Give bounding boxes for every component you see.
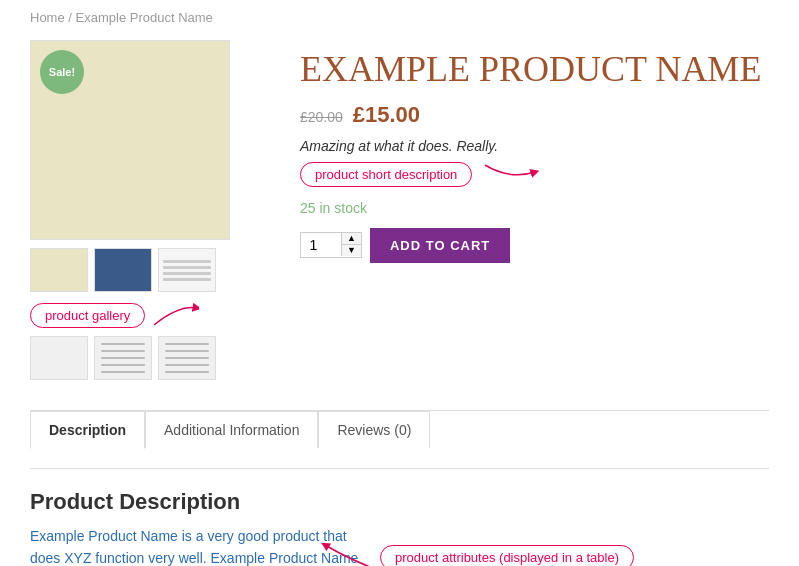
gallery-line-6 [165,343,209,345]
tab-reviews[interactable]: Reviews (0) [318,411,430,448]
gallery-line-4 [101,364,145,366]
short-description-text: Amazing at what it does. Really. [300,138,769,154]
thumb-line-3 [163,272,211,275]
gallery-thumb-2[interactable] [94,336,152,380]
description-row: Example Product Name is a very good prod… [30,525,769,566]
sale-badge: Sale! [40,50,84,94]
breadcrumb-separator: / [68,10,75,25]
gallery-thumb-3[interactable] [158,336,216,380]
qty-buttons: ▲ ▼ [341,233,361,257]
gallery-line-5 [101,371,145,373]
gallery-thumb-1[interactable] [30,336,88,380]
tabs-content: Product Description Example Product Name… [30,468,769,566]
page-wrapper: Home / Example Product Name Sale! [0,0,799,566]
thumb-list[interactable] [158,248,216,292]
product-description-text: Example Product Name is a very good prod… [30,525,370,566]
new-price: £15.00 [353,102,420,127]
tabs-section: Description Additional Information Revie… [30,410,769,566]
add-to-cart-row: ▲ ▼ ADD TO CART [300,228,769,263]
desc-annotation: product short description [300,160,769,190]
qty-decrement-button[interactable]: ▼ [341,245,361,256]
add-to-cart-button[interactable]: ADD TO CART [370,228,510,263]
price-block: £20.00 £15.00 [300,102,769,128]
gallery-line-8 [165,357,209,359]
attributes-annotation-wrap: product attributes (displayed in a table… [380,545,634,566]
thumbnail-row-1 [30,248,270,292]
thumb-line-2 [163,266,211,269]
qty-increment-button[interactable]: ▲ [341,233,361,245]
stock-info: 25 in stock [300,200,769,216]
quantity-input[interactable] [301,233,341,257]
attrs-arrow-icon [320,540,400,566]
gallery-line-2 [101,350,145,352]
quantity-wrapper: ▲ ▼ [300,232,362,258]
desc-arrow-icon [480,160,540,190]
gallery-line-7 [165,350,209,352]
gallery-line-3 [101,357,145,359]
product-info: EXAMPLE PRODUCT NAME £20.00 £15.00 Amazi… [300,40,769,380]
gallery-thumbnail-row [30,336,270,380]
thumb-line-1 [163,260,211,263]
breadcrumb-home[interactable]: Home [30,10,65,25]
breadcrumb-current: Example Product Name [76,10,213,25]
tabs-row: Description Additional Information Revie… [30,411,769,448]
thumb-line-4 [163,278,211,281]
tab-additional-info[interactable]: Additional Information [145,411,318,448]
gallery-arrow-icon [149,300,199,330]
main-image-wrapper: Sale! [30,40,230,240]
breadcrumb: Home / Example Product Name [30,10,769,25]
thumb-main[interactable] [30,248,88,292]
gallery-line-10 [165,371,209,373]
thumb-image[interactable] [94,248,152,292]
desc-annotation-bubble: product short description [300,162,472,187]
product-description-title: Product Description [30,489,769,515]
product-section: Sale! product gallery [30,40,769,380]
short-description-block: Amazing at what it does. Really. product… [300,138,769,190]
tab-description[interactable]: Description [30,411,145,449]
gallery-annotation-row: product gallery [30,300,270,330]
gallery-annotation-bubble: product gallery [30,303,145,328]
attrs-annotation-bubble: product attributes (displayed in a table… [380,545,634,566]
old-price: £20.00 [300,109,343,125]
gallery-line-9 [165,364,209,366]
product-title: EXAMPLE PRODUCT NAME [300,50,769,90]
gallery-line-1 [101,343,145,345]
product-images: Sale! product gallery [30,40,270,380]
